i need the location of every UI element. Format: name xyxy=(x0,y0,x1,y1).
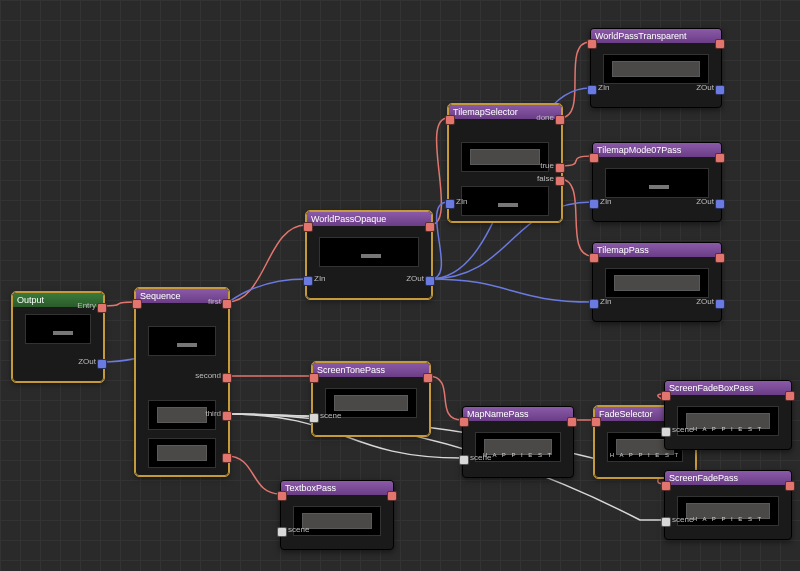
port-ZOut[interactable] xyxy=(97,359,107,369)
port-ZIn[interactable] xyxy=(589,199,599,209)
port-label: ZOut xyxy=(696,83,714,92)
port-label: scene xyxy=(320,411,341,420)
port-exec[interactable] xyxy=(387,491,397,501)
node-output[interactable]: OutputEntryZOut xyxy=(12,292,104,382)
port-exec[interactable] xyxy=(567,417,577,427)
node-sequence[interactable]: Sequencefirstsecondthird xyxy=(135,288,229,476)
preview-thumbnail xyxy=(319,237,419,267)
port-label: ZOut xyxy=(78,357,96,366)
port-exec[interactable] xyxy=(222,453,232,463)
port-true[interactable] xyxy=(555,163,565,173)
port-exec[interactable] xyxy=(715,153,725,163)
port-label: third xyxy=(205,409,221,418)
port-ZOut[interactable] xyxy=(715,85,725,95)
port-exec[interactable] xyxy=(459,417,469,427)
port-label: scene xyxy=(288,525,309,534)
preview-thumbnail xyxy=(605,268,709,298)
node-title: ScreenFadeBoxPass xyxy=(665,381,791,395)
node-title: MapNamePass xyxy=(463,407,573,421)
node-title: WorldPassOpaque xyxy=(307,212,431,226)
node-mode07[interactable]: TilemapMode07PassZInZOut xyxy=(592,142,722,222)
node-title: TextboxPass xyxy=(281,481,393,495)
preview-thumbnail xyxy=(461,186,549,216)
port-exec[interactable] xyxy=(589,253,599,263)
port-label: ZOut xyxy=(696,197,714,206)
port-label: second xyxy=(195,371,221,380)
port-ZOut[interactable] xyxy=(425,276,435,286)
port-ZIn[interactable] xyxy=(445,199,455,209)
port-exec[interactable] xyxy=(589,153,599,163)
port-exec[interactable] xyxy=(785,391,795,401)
node-title: TilemapMode07Pass xyxy=(593,143,721,157)
node-mapName[interactable]: MapNamePassH A P P I E S Tscene xyxy=(462,406,574,478)
port-scene[interactable] xyxy=(661,427,671,437)
port-label: first xyxy=(208,297,221,306)
port-scene[interactable] xyxy=(277,527,287,537)
port-scene[interactable] xyxy=(661,517,671,527)
port-third[interactable] xyxy=(222,411,232,421)
port-label: scene xyxy=(672,515,693,524)
port-label: scene xyxy=(672,425,693,434)
node-fadeBox[interactable]: ScreenFadeBoxPassH A P P I E S Tscene xyxy=(664,380,792,450)
node-worldOpaque[interactable]: WorldPassOpaqueZInZOut xyxy=(306,211,432,299)
port-label: false xyxy=(537,174,554,183)
preview-thumbnail xyxy=(148,438,216,468)
port-done[interactable] xyxy=(555,115,565,125)
port-exec[interactable] xyxy=(715,39,725,49)
preview-thumbnail xyxy=(461,142,549,172)
port-label: ZIn xyxy=(456,197,468,206)
node-fadePass[interactable]: ScreenFadePassH A P P I E S Tscene xyxy=(664,470,792,540)
port-ZOut[interactable] xyxy=(715,299,725,309)
port-exec[interactable] xyxy=(277,491,287,501)
port-Entry[interactable] xyxy=(97,303,107,313)
preview-thumbnail xyxy=(605,168,709,198)
port-label: ZIn xyxy=(314,274,326,283)
port-label: scene xyxy=(470,453,491,462)
port-exec[interactable] xyxy=(309,373,319,383)
port-first[interactable] xyxy=(222,299,232,309)
preview-thumbnail xyxy=(25,314,91,344)
port-ZIn[interactable] xyxy=(589,299,599,309)
port-label: ZIn xyxy=(600,197,612,206)
port-exec[interactable] xyxy=(591,417,601,427)
node-worldTrans[interactable]: WorldPassTransparentZInZOut xyxy=(590,28,722,108)
node-tilemapPass[interactable]: TilemapPassZInZOut xyxy=(592,242,722,322)
port-label: done xyxy=(536,113,554,122)
port-false[interactable] xyxy=(555,176,565,186)
port-exec[interactable] xyxy=(423,373,433,383)
port-exec[interactable] xyxy=(587,39,597,49)
port-ZIn[interactable] xyxy=(587,85,597,95)
node-title: ScreenFadePass xyxy=(665,471,791,485)
port-exec[interactable] xyxy=(661,481,671,491)
port-label: true xyxy=(540,161,554,170)
port-label: ZOut xyxy=(696,297,714,306)
port-scene[interactable] xyxy=(459,455,469,465)
port-ZOut[interactable] xyxy=(715,199,725,209)
node-title: TilemapPass xyxy=(593,243,721,257)
port-exec[interactable] xyxy=(132,299,142,309)
port-exec[interactable] xyxy=(425,222,435,232)
port-second[interactable] xyxy=(222,373,232,383)
port-exec[interactable] xyxy=(785,481,795,491)
port-exec[interactable] xyxy=(661,391,671,401)
port-label: Entry xyxy=(77,301,96,310)
port-exec[interactable] xyxy=(303,222,313,232)
port-exec[interactable] xyxy=(445,115,455,125)
preview-thumbnail xyxy=(148,326,216,356)
node-title: ScreenTonePass xyxy=(313,363,429,377)
port-label: ZIn xyxy=(598,83,610,92)
port-ZIn[interactable] xyxy=(303,276,313,286)
port-exec[interactable] xyxy=(715,253,725,263)
node-tilemapSel[interactable]: TilemapSelectordonetruefalseZIn xyxy=(448,104,562,222)
preview-thumbnail xyxy=(603,54,709,84)
node-title: WorldPassTransparent xyxy=(591,29,721,43)
node-screenTone[interactable]: ScreenTonePassscene xyxy=(312,362,430,436)
port-label: ZOut xyxy=(406,274,424,283)
port-label: ZIn xyxy=(600,297,612,306)
node-textbox[interactable]: TextboxPassscene xyxy=(280,480,394,550)
port-scene[interactable] xyxy=(309,413,319,423)
